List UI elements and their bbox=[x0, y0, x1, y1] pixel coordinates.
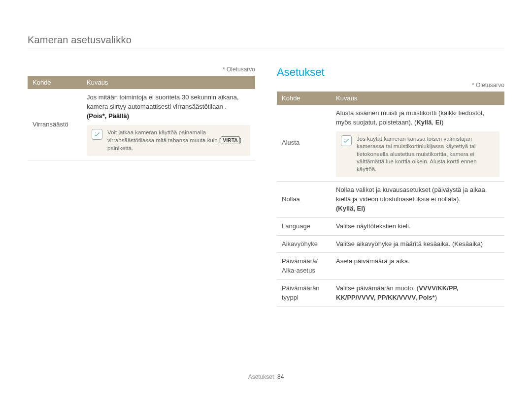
row-label: Virransäästö bbox=[28, 89, 82, 160]
info-box: Voit jatkaa kameran käyttöä painamalla v… bbox=[87, 125, 250, 156]
table-row: Päivämäärä/ Aika-asetus Aseta päivämäärä… bbox=[277, 253, 504, 280]
info-icon bbox=[92, 129, 102, 140]
desc-text: Aseta päivämäärä ja aika. bbox=[336, 257, 410, 265]
desc-text: Valitse aikavyöhyke ja määritä kesäaika.… bbox=[336, 240, 483, 247]
desc-text: Valitse päivämäärän muoto. (VVVV/KK/PP, … bbox=[336, 284, 458, 301]
right-column: Asetukset * Oletusarvo Kohde Kuvaus Alus… bbox=[277, 66, 504, 307]
th-kuvaus-left: Kuvaus bbox=[82, 76, 255, 89]
info-text: Voit jatkaa kameran käyttöä painamalla v… bbox=[107, 129, 245, 153]
table-row: Language Valitse näyttötekstien kieli. bbox=[277, 217, 504, 235]
th-kohde-right: Kohde bbox=[277, 92, 331, 105]
desc-text: Valitse näyttötekstien kieli. bbox=[336, 222, 411, 230]
divider bbox=[28, 49, 504, 49]
table-row: Päivämäärän tyyppi Valitse päivämäärän m… bbox=[277, 280, 504, 307]
row-desc: Alusta sisäinen muisti ja muistikortti (… bbox=[331, 105, 504, 182]
row-label: Alusta bbox=[277, 105, 331, 182]
left-table: Kohde Kuvaus Virransäästö Jos mitään toi… bbox=[28, 76, 255, 160]
breadcrumb: Kameran asetusvalikko bbox=[28, 34, 504, 46]
row-label: Nollaa bbox=[277, 182, 331, 218]
footer-section: Asetukset bbox=[248, 373, 274, 380]
row-label: Aikavyöhyke bbox=[277, 235, 331, 253]
table-row: Aikavyöhyke Valitse aikavyöhyke ja määri… bbox=[277, 235, 504, 253]
desc-text: Nollaa valikot ja kuvausasetukset (päivä… bbox=[336, 186, 487, 203]
row-desc: Nollaa valikot ja kuvausasetukset (päivä… bbox=[331, 182, 504, 218]
desc-text: Alusta sisäinen muisti ja muistikortti (… bbox=[336, 109, 484, 126]
row-label: Language bbox=[277, 217, 331, 235]
table-row: Nollaa Nollaa valikot ja kuvausasetukset… bbox=[277, 182, 504, 218]
row-desc: Valitse näyttötekstien kieli. bbox=[331, 217, 504, 235]
options: (Pois*, Päällä) bbox=[87, 112, 129, 120]
th-kuvaus-right: Kuvaus bbox=[331, 92, 504, 105]
th-kohde-left: Kohde bbox=[28, 76, 82, 89]
virta-key: VIRTA bbox=[221, 136, 240, 144]
row-label: Päivämäärä/ Aika-asetus bbox=[277, 253, 331, 280]
right-table: Kohde Kuvaus Alusta Alusta sisäinen muis… bbox=[277, 92, 504, 307]
row-desc: Valitse päivämäärän muoto. (VVVV/KK/PP, … bbox=[331, 280, 504, 307]
section-title: Asetukset bbox=[277, 66, 504, 79]
info-icon bbox=[341, 135, 352, 146]
options: (Kyllä, Ei) bbox=[336, 205, 365, 212]
desc-text: Jos mitään toimintoja ei suoriteta 30 se… bbox=[87, 93, 239, 110]
row-label: Päivämäärän tyyppi bbox=[277, 280, 331, 307]
page-number: 84 bbox=[277, 373, 284, 380]
page-footer: Asetukset 84 bbox=[0, 373, 532, 380]
left-column: * Oletusarvo Kohde Kuvaus Virransäästö J… bbox=[28, 66, 255, 307]
table-row: Virransäästö Jos mitään toimintoja ei su… bbox=[28, 89, 255, 160]
info-box: Jos käytät kameran kanssa toisen valmist… bbox=[336, 131, 499, 178]
row-desc: Jos mitään toimintoja ei suoriteta 30 se… bbox=[82, 89, 255, 160]
row-desc: Valitse aikavyöhyke ja määritä kesäaika.… bbox=[331, 235, 504, 253]
table-row: Alusta Alusta sisäinen muisti ja muistik… bbox=[277, 105, 504, 182]
default-note-left: * Oletusarvo bbox=[28, 66, 255, 73]
row-desc: Aseta päivämäärä ja aika. bbox=[331, 253, 504, 280]
default-note-right: * Oletusarvo bbox=[277, 82, 504, 89]
info-text: Jos käytät kameran kanssa toisen valmist… bbox=[357, 135, 495, 174]
